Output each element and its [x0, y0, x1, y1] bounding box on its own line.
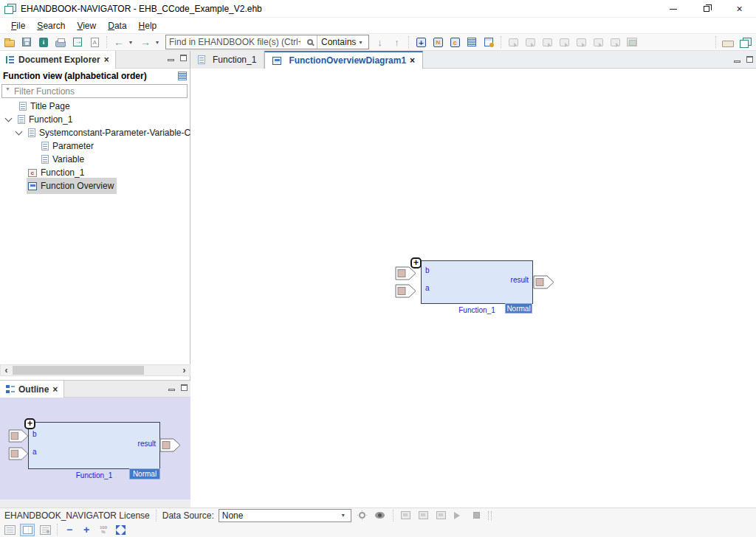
function-view-header: Function view (alphabetical order): [0, 69, 190, 83]
close-icon[interactable]: [410, 56, 415, 65]
window-grid-icon: [401, 511, 410, 519]
function-block[interactable]: b a result: [28, 422, 160, 469]
back-history-dropdown[interactable]: [129, 39, 135, 46]
zoom-in-button[interactable]: [80, 522, 93, 537]
input-label-a: a: [425, 284, 430, 292]
filter-row: [1, 84, 188, 98]
menu-data[interactable]: Data: [103, 19, 131, 32]
menu-help[interactable]: Help: [134, 19, 162, 32]
outline-canvas[interactable]: b a result Function_1 Normal: [0, 398, 190, 499]
table-config-button[interactable]: [482, 35, 495, 49]
window-grid-icon: [436, 511, 446, 519]
maximize-panel-icon[interactable]: [746, 56, 753, 63]
input-port[interactable]: [395, 284, 417, 298]
chevron-expanded-icon[interactable]: [16, 128, 23, 135]
menu-file[interactable]: File: [6, 19, 30, 32]
minimize-panel-icon[interactable]: [168, 59, 174, 61]
diagram-canvas[interactable]: b a result Function_1 Normal: [190, 69, 756, 507]
minimize-panel-icon[interactable]: [734, 60, 740, 63]
input-port[interactable]: [8, 429, 30, 443]
zoom-in-icon: [83, 524, 89, 536]
outline-tab-label: Outline: [18, 384, 49, 395]
tab-outline[interactable]: Outline: [0, 381, 64, 398]
toolbar-separator: [715, 36, 716, 48]
print-button[interactable]: [54, 35, 67, 49]
menu-bar: File Search View Data Help: [0, 18, 756, 33]
zoom-100-button[interactable]: [97, 522, 110, 537]
match-mode-dropdown[interactable]: Contains: [317, 35, 368, 49]
minimize-button[interactable]: [656, 0, 690, 18]
tree-item-function-1[interactable]: Function_1: [0, 113, 190, 126]
close-icon[interactable]: [104, 55, 109, 64]
add-function-button[interactable]: [414, 35, 427, 49]
scroll-left-icon[interactable]: ‹: [1, 365, 12, 375]
minimize-panel-icon[interactable]: [168, 389, 175, 391]
input-port[interactable]: [8, 447, 30, 460]
input-label-a: a: [32, 448, 37, 456]
branch-button: [557, 35, 571, 49]
maximize-panel-icon[interactable]: [180, 55, 187, 61]
tab-function-1[interactable]: Function_1: [190, 51, 264, 69]
function-n-chip-icon: [433, 38, 443, 47]
tree-item-parameter[interactable]: Parameter: [0, 139, 190, 153]
back-button[interactable]: [112, 35, 126, 49]
save-button[interactable]: [20, 35, 33, 49]
find-previous-button[interactable]: [390, 35, 403, 49]
export-button[interactable]: [71, 35, 84, 49]
find-input[interactable]: [166, 35, 303, 49]
scrollbar-thumb[interactable]: [13, 366, 144, 375]
tree-item-function-overview[interactable]: Function Overview: [0, 179, 190, 193]
view-menu-icon[interactable]: [178, 72, 187, 80]
fit-to-screen-button[interactable]: [114, 522, 127, 537]
function-block[interactable]: b a result: [421, 260, 533, 304]
close-button[interactable]: ×: [723, 0, 756, 18]
window-title: EHANDBOOK-NAVIGATOR - EHB_CCode_Example_…: [21, 4, 262, 14]
window-grid-icon: [419, 511, 428, 519]
menu-view[interactable]: View: [72, 19, 101, 32]
output-port[interactable]: [159, 438, 182, 452]
toolbar-separator: [501, 36, 501, 48]
export-up-button: [591, 35, 605, 49]
fn-arrow-icon-1: [509, 38, 518, 46]
forward-button[interactable]: [139, 35, 152, 49]
maximize-panel-icon[interactable]: [181, 384, 188, 391]
output-label-result: result: [511, 276, 529, 284]
outline-icon: [6, 385, 15, 394]
restore-icon: [704, 6, 709, 12]
open-button[interactable]: [3, 35, 16, 49]
function-code-button[interactable]: [448, 35, 461, 49]
tree-item-title-page[interactable]: Title Page: [0, 100, 190, 113]
chevron-expanded-icon[interactable]: [5, 114, 13, 122]
zoom-out-button[interactable]: [63, 522, 76, 537]
forward-history-dropdown[interactable]: [156, 39, 162, 46]
keyboard-shortcuts-button[interactable]: [721, 35, 735, 49]
close-icon[interactable]: [52, 385, 58, 394]
book-view-button-selected[interactable]: [20, 524, 35, 536]
expand-children-button[interactable]: [24, 418, 35, 429]
menu-search[interactable]: Search: [32, 19, 70, 32]
list-view-button[interactable]: [465, 35, 478, 49]
tree-item-systemconstant[interactable]: Systemconstant-Parameter-Variable-Ch: [0, 126, 190, 139]
fn-branch-icon: [560, 38, 569, 46]
restore-button[interactable]: [690, 0, 723, 18]
explorer-horizontal-scrollbar[interactable]: ‹ ›: [0, 364, 190, 376]
data-source-select[interactable]: None: [219, 509, 351, 522]
filter-functions-input[interactable]: [14, 86, 184, 97]
data-source-settings-button[interactable]: [356, 508, 369, 523]
ehandbook-info-button[interactable]: [37, 35, 50, 49]
tab-function-overview-diagram1[interactable]: FunctionOverviewDiagram1: [264, 51, 423, 69]
reader-view-button[interactable]: [38, 522, 52, 537]
expand-children-button[interactable]: [410, 257, 422, 268]
export-pdf-button[interactable]: [88, 35, 101, 49]
perspective-button[interactable]: [738, 35, 752, 49]
stop-measurement-button: [470, 508, 484, 523]
editor-area: Function_1 FunctionOverviewDiagram1 b a …: [190, 51, 756, 507]
tree-item-variable[interactable]: Variable: [0, 153, 190, 166]
scroll-right-icon[interactable]: ›: [179, 365, 190, 375]
function-navigate-button[interactable]: [431, 35, 444, 49]
data-source-view-button[interactable]: [374, 508, 387, 523]
tab-document-explorer[interactable]: Document Explorer: [0, 51, 116, 69]
single-page-view-button[interactable]: [3, 522, 16, 537]
output-port[interactable]: [533, 275, 555, 289]
find-next-button[interactable]: [373, 35, 386, 49]
